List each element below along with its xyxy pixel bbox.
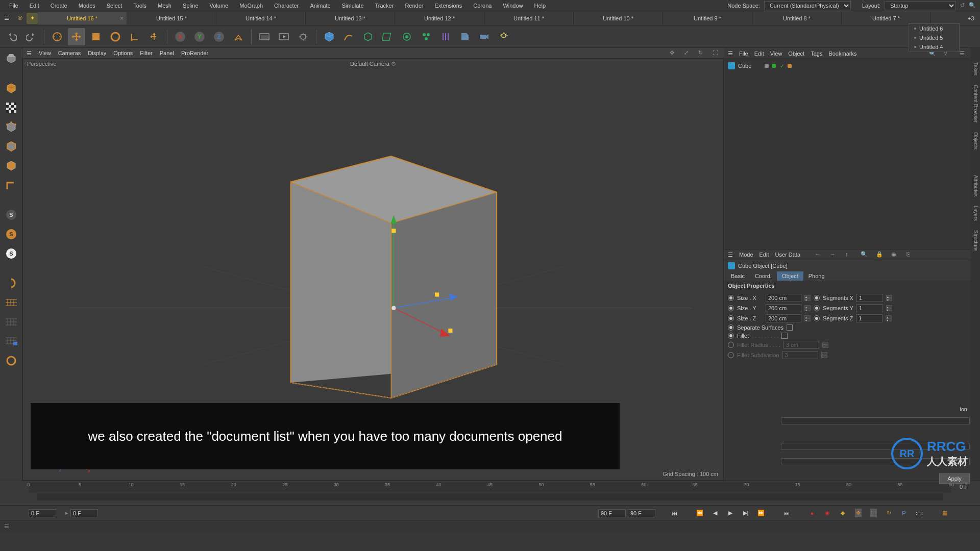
texture-mode[interactable] bbox=[3, 99, 20, 116]
size-x-anim[interactable] bbox=[728, 295, 734, 301]
autokey-button[interactable]: ◉ bbox=[821, 508, 834, 519]
range-end1-input[interactable] bbox=[598, 509, 626, 517]
add-spline-button[interactable] bbox=[340, 28, 357, 45]
menu-spline[interactable]: Spline bbox=[178, 1, 204, 10]
menu-mograph[interactable]: MoGraph bbox=[234, 1, 268, 10]
om-object-row[interactable]: Cube ✓ bbox=[728, 61, 967, 70]
menu-corona[interactable]: Corona bbox=[468, 1, 497, 10]
attr-search-icon[interactable]: 🔍 bbox=[861, 251, 868, 258]
size-y-spinner[interactable]: ▲▼ bbox=[804, 305, 811, 311]
menu-simulate[interactable]: Simulate bbox=[337, 1, 369, 10]
menu-file[interactable]: File bbox=[4, 1, 23, 10]
om-menu-icon[interactable]: ☰ bbox=[728, 50, 733, 57]
axis-x-lock[interactable]: X bbox=[172, 28, 189, 45]
close-tab-icon[interactable]: × bbox=[120, 15, 124, 22]
document-tab[interactable]: Untitled 11 * bbox=[484, 12, 574, 24]
overflow-tab-item[interactable]: Untitled 6 bbox=[909, 24, 959, 33]
tab-content-browser[interactable]: Content Browser bbox=[972, 81, 979, 127]
menu-mesh[interactable]: Mesh bbox=[153, 1, 177, 10]
key-pos-button[interactable]: ✥ bbox=[851, 508, 865, 519]
view-rotate-icon[interactable]: ↻ bbox=[698, 49, 705, 57]
undo-button[interactable] bbox=[3, 28, 20, 45]
attr-menu-icon[interactable]: ☰ bbox=[728, 252, 733, 258]
seg-y-input[interactable] bbox=[856, 304, 883, 312]
timeline[interactable]: 051015202530354045505560657075808590 bbox=[0, 481, 980, 505]
object-manager-tree[interactable]: Cube ✓ bbox=[724, 59, 971, 249]
render-button[interactable] bbox=[275, 28, 292, 45]
tab-objects[interactable]: Objects bbox=[972, 128, 979, 154]
workplane-snap[interactable]: S bbox=[3, 245, 20, 262]
workplane-grid2[interactable] bbox=[3, 313, 20, 331]
key-param-button[interactable]: P bbox=[897, 508, 911, 519]
view-move-icon[interactable]: ✥ bbox=[670, 49, 677, 57]
edge-mode[interactable] bbox=[3, 138, 20, 155]
view-icon-menu[interactable]: ☰ bbox=[27, 50, 32, 57]
menu-help[interactable]: Help bbox=[529, 1, 551, 10]
phong-tag-icon[interactable]: ✓ bbox=[780, 63, 785, 69]
next-frame-button[interactable]: ▶| bbox=[739, 508, 752, 519]
attr-new-icon[interactable]: ⎘ bbox=[906, 251, 914, 258]
add-field-button[interactable] bbox=[437, 28, 454, 45]
attr-lock-icon[interactable]: 🔒 bbox=[876, 251, 883, 258]
size-z-input[interactable] bbox=[766, 314, 801, 322]
apply-button[interactable]: Apply bbox=[939, 473, 970, 484]
snap-toggle[interactable]: S bbox=[3, 206, 20, 223]
timeline-window-button[interactable]: ▦ bbox=[938, 508, 951, 519]
menu-animate[interactable]: Animate bbox=[305, 1, 335, 10]
size-y-anim[interactable] bbox=[728, 305, 734, 311]
render-settings-button[interactable] bbox=[295, 28, 312, 45]
axis-mode[interactable] bbox=[3, 177, 20, 194]
attr-userdata[interactable]: User Data bbox=[775, 252, 801, 258]
workplane-tool[interactable] bbox=[3, 274, 20, 292]
om-tags[interactable]: Tags bbox=[811, 51, 822, 57]
attr-tab-basic[interactable]: Basic bbox=[726, 271, 750, 281]
attr-tab-phong[interactable]: Phong bbox=[803, 271, 830, 281]
document-tab[interactable]: Untitled 9 * bbox=[663, 12, 752, 24]
menu-character[interactable]: Character bbox=[269, 1, 304, 10]
sepsurf-check[interactable] bbox=[787, 324, 793, 331]
play-button[interactable]: ▶ bbox=[724, 508, 737, 519]
add-deformer-button[interactable] bbox=[379, 28, 396, 45]
seg-z-input[interactable] bbox=[856, 314, 883, 322]
view-menu-prorender[interactable]: ProRender bbox=[181, 50, 208, 56]
om-list-icon[interactable]: ☰ bbox=[960, 50, 967, 57]
move-tool[interactable] bbox=[68, 28, 85, 45]
object-mode[interactable] bbox=[3, 80, 20, 97]
attr-back-icon[interactable]: ← bbox=[815, 251, 822, 258]
add-environment-button[interactable] bbox=[398, 28, 415, 45]
new-document-button[interactable]: ✦ bbox=[27, 13, 38, 24]
seg-y-anim[interactable] bbox=[814, 305, 820, 311]
document-tab[interactable]: Untitled 14 * bbox=[216, 12, 306, 24]
goto-end-button[interactable]: ⏭ bbox=[780, 508, 793, 519]
render-view-button[interactable] bbox=[256, 28, 273, 45]
menu-window[interactable]: Window bbox=[498, 1, 528, 10]
document-tab[interactable]: Untitled 13 * bbox=[306, 12, 395, 24]
attr-edit[interactable]: Edit bbox=[760, 252, 769, 258]
menu-edit[interactable]: Edit bbox=[24, 1, 44, 10]
status-menu-icon[interactable]: ☰ bbox=[4, 523, 9, 530]
fillet-anim[interactable] bbox=[728, 333, 734, 339]
attr-mode[interactable]: Mode bbox=[739, 252, 753, 258]
add-cube-button[interactable] bbox=[321, 28, 338, 45]
node-space-select[interactable]: Current (Standard/Physical) bbox=[764, 1, 851, 10]
om-object[interactable]: Object bbox=[788, 51, 804, 57]
document-tab[interactable]: Untitled 10 * bbox=[574, 12, 663, 24]
add-light-button[interactable] bbox=[495, 28, 512, 45]
range-start-input[interactable] bbox=[29, 509, 56, 517]
add-generator-button[interactable] bbox=[359, 28, 377, 45]
fillet-check[interactable] bbox=[781, 333, 788, 339]
prev-key-button[interactable]: ⏪ bbox=[693, 508, 706, 519]
view-menu-filter[interactable]: Filter bbox=[140, 50, 152, 56]
prev-frame-button[interactable]: ◀ bbox=[708, 508, 722, 519]
attr-tab-object[interactable]: Object bbox=[777, 271, 803, 281]
object-tag-dot[interactable] bbox=[788, 64, 792, 68]
tab-takes[interactable]: Takes bbox=[972, 58, 979, 80]
om-bookmarks[interactable]: Bookmarks bbox=[828, 51, 856, 57]
menu-select[interactable]: Select bbox=[102, 1, 128, 10]
range-end2-input[interactable] bbox=[628, 509, 655, 517]
size-z-spinner[interactable]: ▲▼ bbox=[804, 315, 811, 321]
view-menu-panel[interactable]: Panel bbox=[160, 50, 174, 56]
add-camera-button[interactable] bbox=[476, 28, 493, 45]
tab-structure[interactable]: Structure bbox=[972, 226, 979, 255]
document-tab[interactable]: Untitled 8 * bbox=[752, 12, 842, 24]
